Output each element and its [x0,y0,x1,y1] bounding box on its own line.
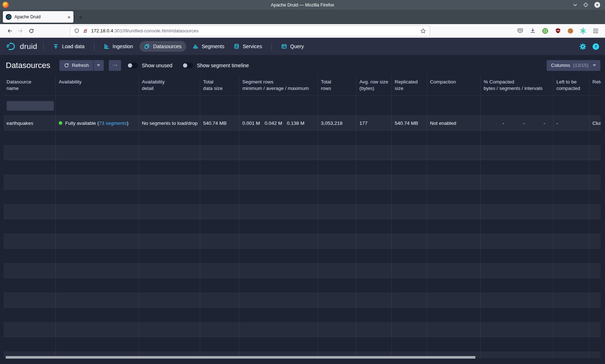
column-header-total-rows[interactable]: Total rows [318,76,357,95]
empty-cell [554,249,590,263]
empty-cell [239,322,318,337]
toolbar-extension-area: UO [516,27,601,35]
refresh-button[interactable]: Refresh [59,60,93,71]
empty-cell [4,278,56,292]
empty-cell [481,160,554,174]
maximize-icon[interactable] [583,3,588,7]
empty-cell [56,322,139,337]
more-actions-button[interactable] [109,60,121,71]
empty-cell [318,249,357,263]
column-header-total-data-size[interactable]: Total data size [200,76,239,95]
minimize-icon[interactable] [573,4,577,6]
table-row-empty [4,322,601,337]
bookmark-star-icon[interactable] [420,28,426,34]
pocket-icon[interactable] [516,27,524,35]
empty-cell [318,263,357,278]
empty-cell [554,204,590,219]
column-header-left-to-compact[interactable]: Left to be compacted [554,76,590,95]
empty-cell [4,145,56,160]
empty-cell [554,322,590,337]
empty-cell [481,175,554,189]
empty-cell [427,219,481,233]
empty-cell [481,219,554,233]
table-row-empty [4,219,601,234]
nav-item-query[interactable]: Query [277,38,309,55]
empty-cell [139,293,200,307]
menu-icon[interactable] [592,27,599,35]
show-segment-timeline-label[interactable]: Show segment timeline [197,63,249,68]
column-header-availability-detail[interactable]: Availability detail [139,76,200,95]
druid-logo[interactable]: druid [6,42,37,51]
tab-close-icon[interactable]: × [67,14,71,20]
browser-tab[interactable]: Apache Druid × [3,11,73,23]
druid-logo-icon [6,42,17,51]
empty-cell [56,337,139,351]
show-segment-timeline-toggle[interactable] [182,63,193,68]
download-icon[interactable] [529,27,536,35]
extension-green-icon[interactable] [542,27,549,35]
help-icon[interactable]: ? [592,43,599,50]
show-unused-label[interactable]: Show unused [142,63,172,68]
close-icon[interactable] [594,2,600,8]
refresh-dropdown-button[interactable] [94,60,104,71]
columns-button[interactable]: Columns (13/15) [547,60,600,71]
reload-icon[interactable] [26,26,37,36]
insecure-lock-icon[interactable] [82,28,88,34]
empty-cell [554,308,590,322]
empty-cell [200,278,239,292]
segments-link[interactable]: 73 segments [99,120,127,126]
empty-cell [318,145,357,160]
gear-icon[interactable] [579,43,586,50]
nav-item-services[interactable]: Services [229,38,267,55]
empty-cell [239,263,318,278]
horizontal-scrollbar-thumb[interactable] [6,356,475,359]
empty-cell [481,249,554,263]
forward-icon[interactable] [15,26,26,36]
column-header-availability[interactable]: Availability [56,76,139,95]
svg-text:?: ? [595,44,597,49]
nav-item-ingestion[interactable]: Ingestion [99,38,138,55]
empty-cell [56,145,139,160]
empty-cell [427,308,481,322]
url-bar[interactable]: 172.18.0.4:30109/unified-console.html#da… [70,26,430,36]
empty-cell [200,337,239,351]
extension-asterisk-icon[interactable] [579,27,587,35]
cookie-icon[interactable] [567,27,574,35]
empty-cell [4,175,56,189]
nav-item-load-data[interactable]: Load data [48,38,89,55]
nav-item-datasources[interactable]: Datasources [139,41,186,52]
empty-cell [139,337,200,351]
show-unused-toggle[interactable] [127,63,138,68]
empty-cell [554,234,590,248]
empty-cell [4,293,56,307]
table-row-empty [4,308,601,322]
back-icon[interactable] [4,26,15,36]
column-header-compaction[interactable]: Compaction [427,76,481,95]
nav-item-segments[interactable]: Segments [188,38,229,55]
empty-cell [554,175,590,189]
column-header-segment-rows[interactable]: Segment rows minimum / average / maximum [239,76,318,95]
empty-cell [318,190,357,204]
column-header-replicated-size[interactable]: Replicated size [392,76,427,95]
empty-cell [200,190,239,204]
column-header-avg-row-size[interactable]: Avg. row size (bytes) [357,76,392,95]
tracking-shield-icon[interactable] [74,28,80,34]
new-tab-button[interactable]: + [79,14,83,21]
datasource-name-filter-input[interactable] [6,101,54,111]
empty-cell [139,204,200,219]
page-title: Datasources [6,61,50,70]
empty-cell [590,204,601,219]
empty-cell [427,160,481,174]
table-row-empty [4,249,601,263]
nav-item-label: Datasources [153,44,182,49]
empty-cell [590,190,601,204]
column-header-datasource-name[interactable]: Datasource name [4,76,56,95]
empty-cell [427,175,481,189]
cell-datasource-name[interactable]: earthquakes [4,116,56,130]
column-header-retention[interactable]: Rete [590,76,601,95]
ublock-icon[interactable]: UO [554,27,561,35]
tab-strip: Apache Druid × + [0,10,605,24]
column-header-pct-compacted[interactable]: % Compacted bytes / segments / intervals [481,76,554,95]
cell-segment-rows: 0.001 M 0.042 M 0.138 M [239,116,318,130]
empty-cell [392,263,427,278]
